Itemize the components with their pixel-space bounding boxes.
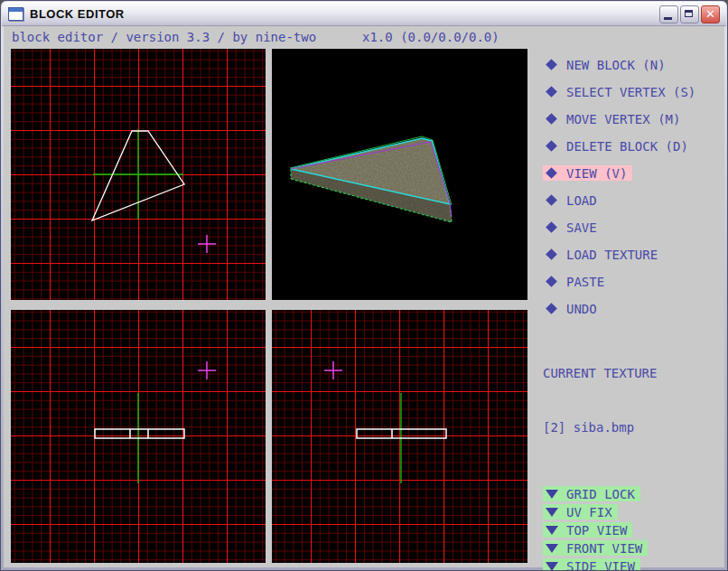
triangle-down-icon [546, 562, 558, 571]
menu-item-label: PASTE [566, 275, 604, 289]
toggle-label: FRONT VIEW [566, 541, 642, 556]
viewport-top-view[interactable] [11, 49, 266, 300]
diamond-icon [546, 221, 557, 233]
menu-item-label: SELECT VERTEX (S) [566, 85, 695, 99]
menu-item-label: LOAD [566, 193, 597, 208]
menu-item-new-block[interactable]: NEW BLOCK (N) [543, 57, 671, 72]
window-title: BLOCK EDITOR [30, 7, 125, 21]
tool-panel: NEW BLOCK (N) SELECT VERTEX (S) MOVE VER… [543, 57, 722, 571]
menu-item-view[interactable]: VIEW (V) [543, 165, 632, 181]
toggle-label: UV FIX [566, 505, 612, 520]
view-status-text: x1.0 (0.0/0.0/0.0) [362, 30, 499, 46]
grid-major [272, 310, 527, 563]
diamond-icon [546, 167, 557, 179]
minimize-button[interactable] [659, 5, 678, 23]
diamond-icon [546, 86, 557, 98]
client-area: block editor / version 3.3 / by nine-two… [4, 26, 724, 567]
menu-item-select-vertex[interactable]: SELECT VERTEX (S) [543, 84, 701, 99]
maximize-button[interactable] [680, 5, 699, 23]
diamond-icon [546, 303, 557, 314]
current-texture-value: [2] siba.bmp [543, 418, 722, 436]
triangle-down-icon [546, 508, 558, 517]
triangle-down-icon [546, 490, 558, 499]
current-texture-block: CURRENT TEXTURE [2] siba.bmp [543, 328, 722, 473]
toggle-side-view[interactable]: SIDE VIEW [543, 558, 640, 571]
menu-item-label: UNDO [566, 302, 597, 316]
toggle-uv-fix[interactable]: UV FIX [543, 504, 618, 520]
close-button[interactable] [701, 5, 720, 23]
block-editor-window: BLOCK EDITOR block editor / version 3.3 … [0, 0, 728, 571]
app-window-icon [8, 7, 23, 21]
menu-item-label: NEW BLOCK (N) [566, 58, 666, 72]
window-controls [659, 5, 720, 23]
menu-item-delete-block[interactable]: DELETE BLOCK (D) [543, 138, 694, 154]
menu-item-undo[interactable]: UNDO [543, 301, 602, 316]
diamond-icon [546, 194, 557, 206]
toggle-label: SIDE VIEW [566, 559, 635, 571]
diamond-icon [546, 140, 557, 152]
toggle-grid-lock[interactable]: GRID LOCK [543, 486, 640, 501]
triangle-down-icon [546, 526, 558, 535]
menu-item-move-vertex[interactable]: MOVE VERTEX (M) [543, 111, 686, 126]
title-bar[interactable]: BLOCK EDITOR [2, 2, 726, 26]
diamond-icon [546, 59, 557, 70]
menu-item-label: SAVE [566, 220, 597, 235]
diamond-icon [546, 248, 557, 260]
triangle-down-icon [546, 544, 558, 553]
viewport-3d-preview[interactable] [272, 49, 527, 300]
current-texture-heading: CURRENT TEXTURE [543, 364, 722, 382]
menu-item-label: VIEW (V) [566, 166, 627, 181]
toggle-label: TOP VIEW [566, 523, 627, 538]
menu-item-load-texture[interactable]: LOAD TEXTURE [543, 247, 663, 262]
toggle-top-view[interactable]: TOP VIEW [543, 522, 632, 538]
menu-item-paste[interactable]: PASTE [543, 274, 610, 289]
toggle-list: GRID LOCK UV FIX TOP VIEW FRONT VIEW SID… [543, 486, 722, 571]
diamond-icon [546, 276, 557, 287]
viewport-side-view[interactable] [272, 310, 527, 563]
app-info-text: block editor / version 3.3 / by nine-two [12, 30, 316, 46]
toggle-label: GRID LOCK [566, 487, 635, 501]
menu-item-save[interactable]: SAVE [543, 220, 602, 235]
menu-item-load[interactable]: LOAD [543, 192, 602, 208]
diamond-icon [546, 113, 557, 125]
textured-wedge [281, 128, 462, 229]
menu-item-label: LOAD TEXTURE [566, 248, 658, 262]
viewport-front-view[interactable] [11, 310, 266, 563]
menu-item-label: MOVE VERTEX (M) [566, 112, 680, 126]
menu-item-label: DELETE BLOCK (D) [566, 139, 688, 154]
toggle-front-view[interactable]: FRONT VIEW [543, 540, 648, 556]
